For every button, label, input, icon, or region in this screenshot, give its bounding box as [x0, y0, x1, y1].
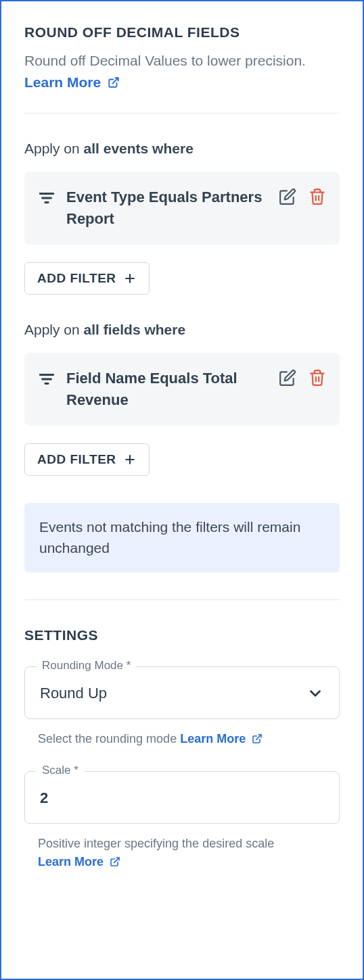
learn-more-link[interactable]: Learn More [24, 74, 120, 90]
learn-more-link[interactable]: Learn More [38, 855, 120, 868]
rounding-mode-field: Rounding Mode * Round Up [24, 666, 340, 719]
trash-icon [309, 369, 326, 387]
event-filter-card: Event Type Equals Partners Report [24, 172, 340, 245]
apply-prefix: Apply on [24, 141, 84, 156]
plus-icon [123, 272, 137, 285]
rounding-mode-help: Select the rounding mode Learn More [24, 726, 340, 748]
field-filter-text: Field Name Equals Total Revenue [66, 368, 268, 411]
panel-description: Round off Decimal Values to lower precis… [24, 50, 340, 93]
learn-more-label: Learn More [24, 74, 101, 90]
apply-bold: all events where [84, 141, 194, 156]
info-box: Events not matching the filters will rem… [24, 503, 340, 572]
help-text: Select the rounding mode [38, 732, 177, 745]
filter-icon [38, 187, 55, 210]
external-link-icon [110, 856, 120, 867]
add-filter-label: ADD FILTER [37, 452, 116, 467]
event-filter-text: Event Type Equals Partners Report [66, 187, 268, 230]
settings-title: SETTINGS [24, 627, 340, 643]
help-text: Positive integer specifying the desired … [38, 837, 274, 850]
scale-label: Scale * [37, 764, 84, 777]
events-apply-on: Apply on all events where [24, 141, 340, 157]
apply-prefix: Apply on [24, 322, 84, 337]
scale-value: 2 [40, 789, 48, 807]
panel-title: ROUND OFF DECIMAL FIELDS [24, 24, 340, 41]
trash-icon [309, 188, 326, 205]
divider [24, 113, 340, 114]
rounding-mode-select[interactable]: Round Up [24, 666, 340, 719]
svg-line-0 [113, 78, 118, 83]
chevron-down-icon [306, 685, 324, 702]
divider [24, 599, 340, 600]
rounding-mode-label: Rounding Mode * [37, 659, 136, 672]
add-filter-label: ADD FILTER [37, 271, 116, 286]
learn-more-link[interactable]: Learn More [180, 732, 263, 745]
fields-apply-on: Apply on all fields where [24, 322, 340, 338]
external-link-icon [252, 733, 263, 744]
description-text: Round off Decimal Values to lower precis… [24, 53, 306, 68]
edit-icon [279, 188, 296, 205]
apply-bold: all fields where [84, 322, 186, 337]
external-link-icon [108, 76, 120, 89]
field-filter-card: Field Name Equals Total Revenue [24, 353, 340, 426]
rounding-mode-value: Round Up [40, 685, 107, 702]
delete-filter-button[interactable] [309, 369, 326, 387]
svg-line-11 [256, 735, 261, 739]
delete-filter-button[interactable] [309, 188, 326, 205]
add-event-filter-button[interactable]: ADD FILTER [24, 262, 150, 295]
learn-more-label: Learn More [180, 732, 246, 745]
learn-more-label: Learn More [38, 855, 104, 868]
edit-filter-button[interactable] [279, 188, 296, 205]
scale-help: Positive integer specifying the desired … [24, 831, 340, 871]
svg-line-12 [114, 858, 119, 862]
filter-icon [38, 368, 55, 391]
scale-input[interactable]: 2 [24, 771, 340, 824]
scale-field: Scale * 2 [24, 771, 340, 824]
add-field-filter-button[interactable]: ADD FILTER [24, 443, 150, 476]
edit-icon [279, 369, 296, 387]
edit-filter-button[interactable] [279, 369, 296, 387]
plus-icon [123, 453, 137, 466]
